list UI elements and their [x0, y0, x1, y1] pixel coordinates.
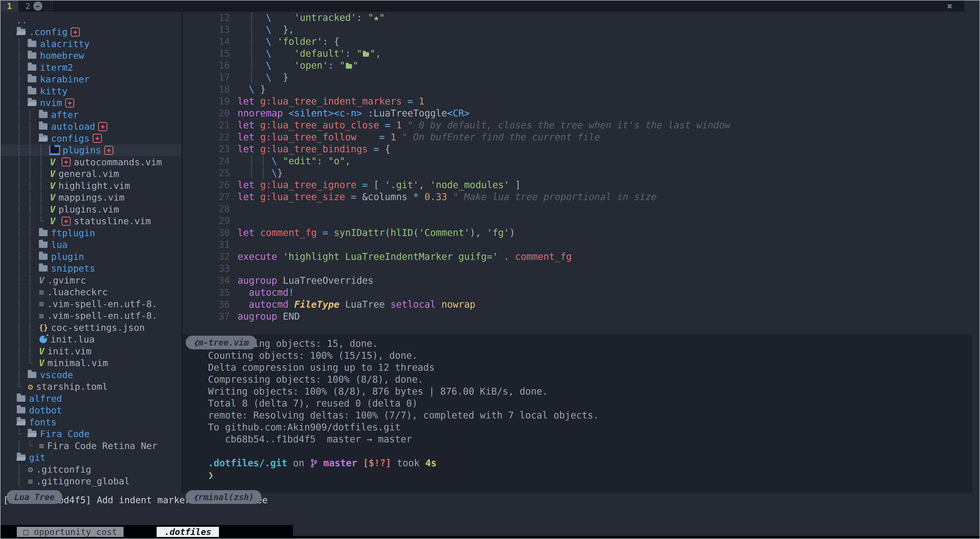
tree-indent-guides: │ [16, 464, 27, 475]
code-line[interactable]: 14 │ \ 'folder': { [183, 36, 972, 48]
tree-row-after[interactable]: │ │ after [0, 109, 181, 121]
tree-indent-guides: │ [16, 39, 27, 49]
code-line[interactable]: 26let g:lua_tree_ignore = [ '.git', 'nod… [183, 179, 972, 191]
folder-icon [28, 52, 37, 59]
tree-row-starship.toml[interactable]: └ ⚙starship.toml [0, 381, 181, 393]
code-line[interactable]: 21let g:lua_tree_auto_close = 1 " 0 by d… [183, 119, 972, 131]
close-all-icon[interactable]: ✖ [947, 1, 953, 11]
tmux-window-item[interactable]: □ opportunity_cost [6, 526, 135, 537]
code-line[interactable]: 33 [183, 262, 972, 275]
tree-item-label: .luacheckrc [47, 287, 108, 297]
tree-row-..[interactable]: .. [0, 14, 181, 26]
code-line[interactable]: 32execute 'highlight LuaTreeIndentMarker… [183, 251, 972, 262]
code-line[interactable]: 16 │ \ 'open': "" [183, 59, 972, 72]
code-line[interactable]: 37augroup END [183, 310, 972, 323]
tree-row-alfred[interactable]: alfred [0, 393, 181, 404]
tree-row-highlight.vim[interactable]: │ │ │ Vhighlight.vim [0, 180, 181, 192]
tree-item-label: coc-settings.json [51, 323, 145, 333]
code-line[interactable]: 36 autocmd FileType LuaTree setlocal now… [183, 299, 972, 310]
tab-number-active[interactable]: 1 [0, 0, 18, 12]
tree-row-karabiner[interactable]: │ karabiner [0, 73, 181, 86]
nvim-terminal-window: 1 2 ← >_fzf.sh×Vautocommands.vim×Vgenera… [0, 0, 980, 539]
tree-item-label: highlight.vim [59, 181, 130, 191]
tree-row-plugins[interactable]: │ │ │ plugins+ [0, 145, 181, 156]
line-number: 18 [183, 84, 237, 95]
tree-row-autocommands.vim[interactable]: │ │ │ V+autocommands.vim [0, 156, 181, 168]
tree-row-general.vim[interactable]: │ │ │ Vgeneral.vim [0, 168, 181, 180]
prompt-caret[interactable]: ❯ [208, 470, 972, 482]
code-line[interactable]: 30let comment_fg = synIDattr(hlID('Comme… [183, 227, 972, 239]
tree-row-configs[interactable]: │ │ configs+ [0, 132, 181, 145]
tree-row-iterm2[interactable]: │ iterm2 [0, 62, 181, 73]
tree-row-.gitignore_global[interactable]: │ ≡.gitignore_global [0, 475, 181, 487]
tree-row-.gvimrc[interactable]: │ │ V.gvimrc [0, 274, 181, 286]
tree-row-Fira Code Retina Ner[interactable]: │ └ ≡Fira Code Retina Ner [0, 440, 181, 452]
tab-number-inactive[interactable]: 2 [25, 0, 30, 12]
tabline-corner [964, 0, 980, 12]
code-line[interactable]: 27let g:lua_tree_size = &columns * 0.33 … [183, 191, 972, 203]
code-line[interactable]: 12 │ \ 'untracked': "★" [183, 12, 972, 24]
tree-row-homebrew[interactable]: │ homebrew [0, 50, 181, 62]
code-line[interactable]: 35 autocmd! [183, 286, 972, 299]
tree-row-ftplugin[interactable]: │ │ ftplugin [0, 227, 181, 239]
tmux-window-label[interactable]: .dotfiles [157, 527, 219, 537]
tree-row-.luacheckrc[interactable]: │ │ ≡.luacheckrc [0, 286, 181, 298]
code-line[interactable]: 24 │ │ \ "edit": "o", [183, 155, 972, 167]
tree-row-alacritty[interactable]: │ alacritty [0, 38, 181, 50]
code-line[interactable]: 20nnoremap <silent><c-n> :LuaTreeToggle<… [183, 107, 972, 119]
text-file-icon: ≡ [39, 311, 44, 321]
tree-row-vscode[interactable]: │ vscode [0, 369, 181, 381]
tree-row-coc-settings.json[interactable]: │ │ {}coc-settings.json [0, 322, 181, 334]
tree-row-lua[interactable]: │ │ lua [0, 239, 181, 251]
tree-row-plugins.vim[interactable]: │ │ │ Vplugins.vim [0, 204, 181, 215]
code-line[interactable]: 29 [183, 215, 972, 227]
line-number: 37 [183, 311, 237, 322]
tree-indent-guides: └ [16, 429, 27, 439]
tree-row-init.lua[interactable]: │ │ init.lua [0, 334, 181, 345]
code-line[interactable]: 28 [183, 203, 972, 215]
tree-row-init.vim[interactable]: │ │ Vinit.vim [0, 345, 181, 357]
terminal-split[interactable]: Enumerating objects: 15, done.Counting o… [183, 335, 972, 493]
tmux-window-item-active[interactable]: .dotfiles [142, 526, 230, 537]
tree-row-.gitconfig[interactable]: │ ⚙.gitconfig [0, 463, 181, 475]
tree-row-.config[interactable]: .config+ [0, 26, 181, 38]
tree-row-.vim-spell-en.utf-8.[interactable]: │ │ ≡.vim-spell-en.utf-8. [0, 310, 181, 322]
lua-file-icon [40, 335, 47, 343]
tree-row-Fira Code[interactable]: └ Fira Code [0, 428, 181, 440]
code-line[interactable]: 15 │ \ 'default': "", [183, 48, 972, 59]
code-line[interactable]: 23let g:lua_tree_bindings = { [183, 143, 972, 155]
code-line[interactable]: 18 \ } [183, 83, 972, 95]
code-line[interactable]: 34augroup LuaTreeOverrides [183, 275, 972, 286]
tree-row-plugin[interactable]: │ │ plugin [0, 251, 181, 262]
code-line[interactable]: 31 [183, 239, 972, 251]
back-arrow-icon[interactable]: ← [33, 2, 43, 11]
code-line[interactable]: 22let g:lua_tree_follow = 1 " On bufEnte… [183, 131, 972, 143]
code-line[interactable]: 13 │ \ }, [183, 24, 972, 36]
tree-row-git[interactable]: git [0, 452, 181, 464]
tree-row-.vim-spell-en.utf-8.[interactable]: │ │ ≡.vim-spell-en.utf-8. [0, 298, 181, 310]
tmux-window-label[interactable]: □ opportunity_cost [17, 527, 124, 537]
code-line[interactable]: 17 │ \ } [183, 72, 972, 83]
tree-item-label: .config [29, 27, 68, 37]
line-number: 13 [183, 24, 237, 35]
code-line[interactable]: 25 │ │ \} [183, 167, 972, 179]
tree-item-label: alfred [29, 393, 62, 404]
tree-row-kitty[interactable]: │ kitty [0, 85, 181, 97]
tree-row-fonts[interactable]: fonts [0, 416, 181, 428]
tree-row-nvim[interactable]: │ nvim+ [0, 97, 181, 109]
tree-row-autoload[interactable]: │ │ autoload+ [0, 121, 181, 133]
json-file-icon: {} [39, 323, 48, 332]
tree-indent-guides: │ │ [16, 334, 38, 345]
tree-item-label: .gitconfig [36, 464, 91, 475]
code-text: let comment_fg = synIDattr(hlID('Comment… [237, 227, 515, 238]
code-editor[interactable]: 12 │ \ 'untracked': "★"13 │ \ },14 │ \ '… [183, 12, 972, 335]
code-line[interactable]: 19let g:lua_tree_indent_markers = 1 [183, 95, 972, 107]
tree-row-snippets[interactable]: │ │ snippets [0, 262, 181, 275]
line-number: 17 [183, 72, 237, 83]
shell-prompt: .dotfiles/.git on master [$!?] took 4s [208, 458, 972, 470]
file-tree-sidebar[interactable]: ...config+│ alacritty│ homebrew│ iterm2│… [0, 12, 181, 493]
tree-row-mappings.vim[interactable]: │ │ │ Vmappings.vim [0, 192, 181, 204]
tree-row-statusline.vim[interactable]: │ │ └ V+statusline.vim [0, 215, 181, 227]
tree-row-dotbot[interactable]: dotbot [0, 404, 181, 417]
tree-row-minimal.vim[interactable]: │ └ Vminimal.vim [0, 357, 181, 369]
